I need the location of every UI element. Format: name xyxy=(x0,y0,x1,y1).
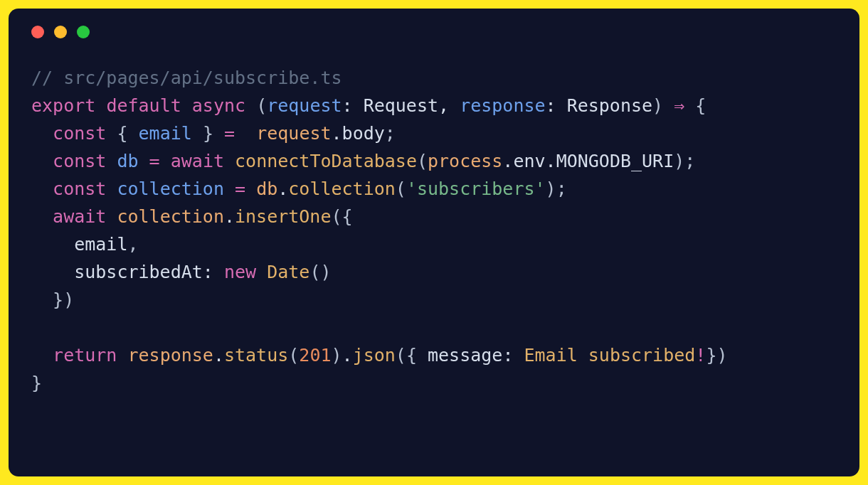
code-token xyxy=(256,262,267,282)
code-token: email xyxy=(139,123,192,144)
code-token: : xyxy=(502,345,524,366)
code-token: } xyxy=(31,373,42,393)
code-token xyxy=(139,151,149,171)
code-token xyxy=(31,178,53,199)
code-token xyxy=(31,317,42,338)
code-token: collection xyxy=(117,206,224,227)
code-token: ; xyxy=(556,178,567,199)
code-token: collection xyxy=(288,178,396,199)
code-token: . xyxy=(213,345,224,366)
code-token: { xyxy=(406,345,417,366)
code-token: , xyxy=(127,234,138,255)
code-token: : xyxy=(546,95,567,116)
code-token xyxy=(31,206,53,227)
code-token: async xyxy=(192,95,245,116)
code-token: { xyxy=(342,206,353,227)
code-token: message xyxy=(417,345,502,366)
code-token: return xyxy=(53,345,117,366)
code-token xyxy=(128,123,139,144)
code-token xyxy=(160,151,171,171)
code-token: response xyxy=(460,95,545,116)
code-token: . xyxy=(332,123,342,144)
code-token xyxy=(235,123,256,144)
window-titlebar xyxy=(31,26,837,38)
code-token: ( xyxy=(396,345,406,366)
code-token: ( xyxy=(256,95,267,116)
code-token: default xyxy=(106,95,181,116)
code-token: : xyxy=(203,262,224,282)
code-token: new xyxy=(224,262,256,282)
code-token: . xyxy=(342,345,353,366)
code-block: // src/pages/api/subscribe.ts export def… xyxy=(31,64,837,397)
code-token: { xyxy=(117,123,127,144)
code-token: ) xyxy=(652,95,663,116)
code-token: await xyxy=(171,151,224,171)
code-token: process xyxy=(428,151,502,171)
code-token: export xyxy=(31,95,95,116)
code-token: ; xyxy=(385,123,396,144)
code-token: env xyxy=(513,151,545,171)
code-token: request xyxy=(267,95,342,116)
code-token: ( xyxy=(417,151,428,171)
code-token xyxy=(224,178,235,199)
code-token: . xyxy=(277,178,288,199)
code-token xyxy=(106,206,117,227)
code-token: ) xyxy=(546,178,556,199)
code-token: = xyxy=(235,178,245,199)
code-token: : xyxy=(342,95,364,116)
code-token: = xyxy=(224,123,235,144)
code-token: const xyxy=(53,123,106,144)
code-token xyxy=(245,178,256,199)
code-token xyxy=(31,151,53,171)
code-token: body xyxy=(342,123,385,144)
code-token xyxy=(106,178,117,199)
code-token: . xyxy=(224,206,235,227)
code-token: const xyxy=(53,178,106,199)
code-window: // src/pages/api/subscribe.ts export def… xyxy=(9,9,859,476)
code-token xyxy=(31,289,53,310)
code-token: }) xyxy=(53,289,74,310)
code-token: await xyxy=(53,206,106,227)
code-token: status xyxy=(224,345,288,366)
code-token xyxy=(192,123,203,144)
code-token: subscribedAt xyxy=(31,262,203,282)
code-token xyxy=(684,95,695,116)
code-token: connectToDatabase xyxy=(235,151,417,171)
code-token: ) xyxy=(674,151,684,171)
code-token: { xyxy=(695,95,706,116)
code-token xyxy=(106,123,117,144)
code-token: } xyxy=(203,123,213,144)
code-token xyxy=(224,151,235,171)
code-token: . xyxy=(546,151,556,171)
maximize-icon[interactable] xyxy=(77,26,90,38)
code-token: , xyxy=(438,95,460,116)
code-token: 'subscribers' xyxy=(406,178,546,199)
code-token xyxy=(95,95,106,116)
code-token: ( xyxy=(288,345,299,366)
code-token: request xyxy=(256,123,331,144)
code-token: json xyxy=(353,345,396,366)
code-token: response xyxy=(127,345,213,366)
code-token: () xyxy=(309,262,331,282)
code-token: // src/pages/api/subscribe.ts xyxy=(31,68,342,88)
code-token: const xyxy=(53,151,106,171)
code-token: ; xyxy=(684,151,695,171)
code-token: = xyxy=(149,151,160,171)
code-token xyxy=(117,345,127,366)
code-token: ) xyxy=(332,345,342,366)
code-token: email xyxy=(31,234,127,255)
code-token: ( xyxy=(396,178,406,199)
code-token: collection xyxy=(117,178,224,199)
code-token: Request xyxy=(364,95,438,116)
code-token: 201 xyxy=(299,345,331,366)
code-token xyxy=(663,95,674,116)
minimize-icon[interactable] xyxy=(54,26,67,38)
code-token: Response xyxy=(567,95,652,116)
close-icon[interactable] xyxy=(31,26,44,38)
code-token xyxy=(181,95,192,116)
code-token: . xyxy=(502,151,513,171)
code-token: Date xyxy=(267,262,309,282)
code-token: }) xyxy=(706,345,727,366)
code-token: ⇒ xyxy=(674,95,684,116)
code-token xyxy=(31,345,53,366)
